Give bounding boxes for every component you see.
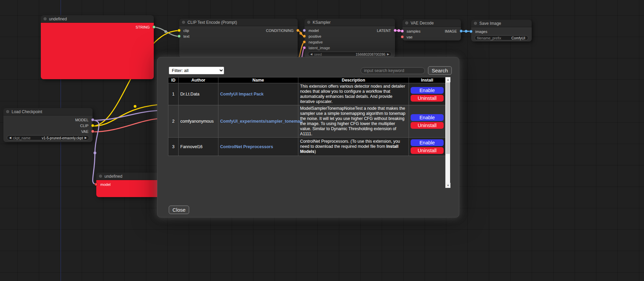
node-title: undefined [104,174,122,179]
uninstall-button[interactable]: Uninstall [411,95,444,102]
widget-value: ComfyUI [511,36,525,40]
increment-arrow-icon[interactable]: ▶ [387,53,389,56]
node-titlebar[interactable]: undefined [41,15,154,23]
node-undefined-top[interactable]: undefinedSTRING [41,15,154,79]
output-slot-VAE: VAE [3,128,93,134]
vae-port-icon[interactable] [401,35,404,38]
text-port-icon[interactable] [178,35,181,38]
description-text: ModelSamplerTonemapNoiseTest a node that… [300,106,406,136]
uninstall-button[interactable]: Uninstall [411,147,444,154]
input-slot-text: text [179,33,298,39]
node-titlebar[interactable]: CLIP Text Encode (Prompt) [179,19,298,26]
collapse-dot-icon[interactable] [405,21,408,24]
node-save-image[interactable]: Save Imageimagesfilename_prefixComfyUI [471,20,532,41]
filter-select[interactable]: Filter: all [169,67,224,74]
cell-id: 1 [168,83,179,105]
collapse-dot-icon[interactable] [474,22,477,25]
latent_image-port-icon[interactable] [303,46,306,49]
enable-button[interactable]: Enable [411,114,444,121]
cell-install: EnableUninstall [409,105,446,138]
column-header-description: Description [298,77,409,83]
node-title: Load Checkpoint [12,109,42,114]
slot-label: STRING [135,25,150,29]
input-slot-negative: negative [304,39,395,45]
slot-label: positive [309,34,321,38]
slot-label: text [183,34,189,38]
extension-link[interactable]: ComfyUI_experiments/sampler_tonemap [220,119,302,124]
uninstall-button[interactable]: Uninstall [411,122,444,129]
widget-value: v1-5-pruned-emaonly.ckpt [42,136,83,140]
extension-link[interactable]: ControlNet Preprocessors [220,144,273,149]
extension-row: 3Fannovel16ControlNet PreprocessorsContr… [168,138,446,156]
comfyui-canvas[interactable]: undefinedSTRINGCLIP Text Encode (Prompt)… [0,0,644,281]
output-slot-STRING: STRING [41,24,154,30]
STRING-port-icon[interactable] [152,25,155,29]
collapse-dot-icon[interactable] [99,175,102,178]
node-body: samplesvaeIMAGE [402,27,461,40]
node-vae-decode[interactable]: VAE DecodesamplesvaeIMAGE [402,19,461,40]
model-port-icon[interactable] [95,183,98,186]
extension-link[interactable]: ComfyUI Impact Pack [220,92,264,96]
node-titlebar[interactable]: Load Checkpoint [3,108,93,116]
decrement-arrow-icon[interactable]: ◀ [310,53,312,56]
slot-label: CLIP [80,124,88,128]
scrollbar-thumb[interactable] [446,83,450,154]
column-header-install: Install [409,77,446,83]
cell-author: comfyanonymous [179,105,218,138]
cell-install: EnableUninstall [409,83,446,105]
input-slot-positive: positive [304,33,395,39]
cell-install: EnableUninstall [409,138,446,156]
cell-description: ControlNet Preprocessors. (To use this e… [298,138,409,156]
node-clip-text-encode[interactable]: CLIP Text Encode (Prompt)cliptextCONDITI… [179,19,298,58]
slot-label: negative [309,40,323,44]
VAE-port-icon[interactable] [91,130,94,133]
output-slot-IMAGE: IMAGE [402,28,461,34]
extension-table-body: 1Dr.Lt.DataComfyUI Impact PackThis exten… [168,83,446,156]
slot-label: latent_image [309,46,330,50]
collapse-dot-icon[interactable] [307,21,310,24]
enable-button[interactable]: Enable [411,139,444,146]
node-titlebar[interactable]: VAE Decode [402,19,461,27]
filename_prefix-widget[interactable]: filename_prefixComfyUI [475,35,528,40]
seed-widget[interactable]: ◀seed156680208700286▶ [308,52,392,57]
node-load-checkpoint[interactable]: Load CheckpointMODELCLIPVAE◀ckpt_namev1-… [3,108,93,142]
cell-author: Dr.Lt.Data [179,83,218,105]
images-port-icon[interactable] [469,30,473,33]
output-slot-LATENT: LATENT [304,28,395,33]
search-button[interactable]: Search [428,66,452,75]
collapse-dot-icon[interactable] [44,17,47,20]
table-scrollbar[interactable]: ▲ ▼ [445,77,450,188]
scroll-down-icon[interactable]: ▼ [446,183,450,188]
custom-nodes-manager-dialog: Filter: all Search IDAuthorNameDescripti… [157,57,459,217]
collapse-dot-icon[interactable] [182,21,185,24]
LATENT-port-icon[interactable] [394,29,397,32]
node-body: MODELCLIPVAE◀ckpt_namev1-5-pruned-emaonl… [3,116,93,142]
widget-name: seed [314,52,322,56]
CLIP-port-icon[interactable] [91,124,94,127]
negative-port-icon[interactable] [303,40,306,43]
node-title: undefined [49,17,67,21]
column-header-id: ID [168,77,179,83]
node-titlebar[interactable]: KSampler [304,19,395,26]
cell-author: Fannovel16 [179,138,218,156]
extension-row: 2comfyanonymousComfyUI_experiments/sampl… [168,105,446,138]
extension-row: 1Dr.Lt.DataComfyUI Impact PackThis exten… [168,83,446,105]
CONDITIONING-port-icon[interactable] [296,29,299,32]
node-titlebar[interactable]: Save Image [471,20,532,27]
collapse-dot-icon[interactable] [6,110,9,113]
widget-name: ckpt_name [13,136,30,140]
widget-value: 156680208700286 [356,52,385,56]
IMAGE-port-icon[interactable] [460,30,463,33]
close-button[interactable]: Close [169,206,189,214]
ckpt_name-widget[interactable]: ◀ckpt_namev1-5-pruned-emaonly.ckpt▶ [7,135,89,140]
node-ksampler[interactable]: KSamplermodelpositivenegativelatent_imag… [304,19,395,58]
node-title: Save Image [479,21,501,26]
positive-port-icon[interactable] [303,35,306,38]
MODEL-port-icon[interactable] [91,118,94,121]
search-input[interactable] [361,67,425,74]
slot-label: images [475,30,487,34]
decrement-arrow-icon[interactable]: ◀ [9,137,11,139]
scroll-up-icon[interactable]: ▲ [446,77,450,82]
increment-arrow-icon[interactable]: ▶ [85,137,87,139]
enable-button[interactable]: Enable [411,87,444,94]
